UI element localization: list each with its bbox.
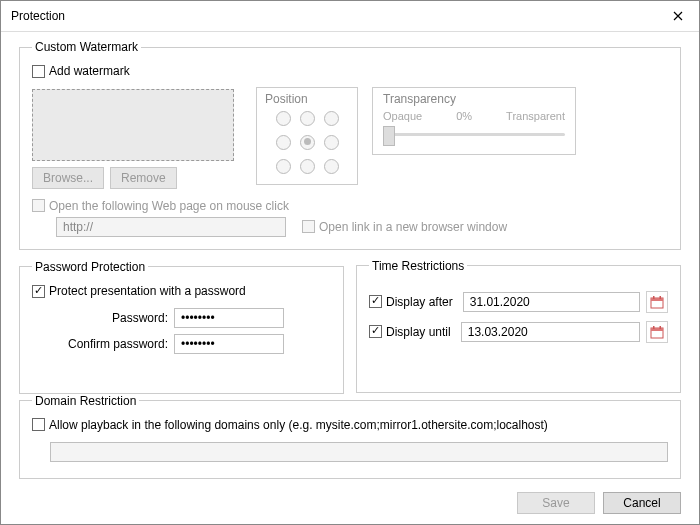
svg-rect-6 [653,326,655,329]
time-restrictions-legend: Time Restrictions [369,259,467,273]
display-until-checkbox[interactable]: Display until [369,325,451,339]
remove-button[interactable]: Remove [110,167,177,189]
transparency-opaque-label: Opaque [383,110,422,122]
display-after-input[interactable] [463,292,640,312]
domain-restriction-legend: Domain Restriction [32,394,139,408]
display-after-calendar-button[interactable] [646,291,668,313]
allow-domains-checkbox[interactable]: Allow playback in the following domains … [32,418,548,432]
checkbox-box [32,418,45,431]
calendar-icon [650,325,664,339]
svg-rect-5 [651,328,663,331]
open-web-on-click-label: Open the following Web page on mouse cli… [49,199,289,213]
password-input[interactable] [174,308,284,328]
position-top-left[interactable] [276,111,291,126]
checkbox-box [32,65,45,78]
add-watermark-checkbox[interactable]: Add watermark [32,64,130,78]
checkbox-box [302,220,315,233]
display-after-label: Display after [386,295,453,309]
position-top-center[interactable] [300,111,315,126]
position-label: Position [265,92,349,106]
transparency-label: Transparency [383,92,565,106]
checkbox-box [369,325,382,338]
open-web-on-click-checkbox[interactable]: Open the following Web page on mouse cli… [32,199,289,213]
open-link-new-window-checkbox[interactable]: Open link in a new browser window [302,220,507,234]
add-watermark-label: Add watermark [49,64,130,78]
custom-watermark-group: Custom Watermark Add watermark Browse...… [19,40,681,250]
confirm-password-input[interactable] [174,334,284,354]
transparency-slider[interactable] [383,122,565,146]
display-after-checkbox[interactable]: Display after [369,295,453,309]
slider-track [383,133,565,136]
transparency-group: Transparency Opaque 0% Transparent [372,87,576,155]
watermark-url-input[interactable] [56,217,286,237]
position-bottom-center[interactable] [300,159,315,174]
browse-button[interactable]: Browse... [32,167,104,189]
cancel-button[interactable]: Cancel [603,492,681,514]
confirm-password-label: Confirm password: [50,337,174,351]
display-until-input[interactable] [461,322,640,342]
window-title: Protection [11,9,65,23]
display-until-label: Display until [386,325,451,339]
custom-watermark-legend: Custom Watermark [32,40,141,54]
protection-dialog: Protection Custom Watermark Add watermar… [0,0,700,525]
checkbox-box [32,285,45,298]
display-until-calendar-button[interactable] [646,321,668,343]
password-label: Password: [50,311,174,325]
slider-thumb[interactable] [383,126,395,146]
calendar-icon [650,295,664,309]
transparency-value: 0% [456,110,472,122]
password-protection-legend: Password Protection [32,260,148,274]
position-middle-right[interactable] [324,135,339,150]
position-bottom-right[interactable] [324,159,339,174]
svg-rect-1 [651,298,663,301]
position-bottom-left[interactable] [276,159,291,174]
position-group: Position [256,87,358,185]
close-icon [673,11,683,21]
open-link-new-window-label: Open link in a new browser window [319,220,507,234]
domains-input[interactable] [50,442,668,462]
watermark-preview [32,89,234,161]
close-button[interactable] [657,1,699,31]
time-restrictions-group: Time Restrictions Display after [356,259,681,393]
protect-password-label: Protect presentation with a password [49,284,246,298]
position-middle-left[interactable] [276,135,291,150]
svg-rect-2 [653,296,655,299]
position-middle-center[interactable] [300,135,315,150]
save-button[interactable]: Save [517,492,595,514]
checkbox-box [369,295,382,308]
allow-domains-label: Allow playback in the following domains … [49,418,548,432]
position-top-right[interactable] [324,111,339,126]
domain-restriction-group: Domain Restriction Allow playback in the… [19,394,681,480]
svg-rect-3 [660,296,662,299]
transparency-transparent-label: Transparent [506,110,565,122]
titlebar: Protection [1,1,699,32]
checkbox-box [32,199,45,212]
protect-password-checkbox[interactable]: Protect presentation with a password [32,284,246,298]
password-protection-group: Password Protection Protect presentation… [19,260,344,394]
svg-rect-7 [660,326,662,329]
